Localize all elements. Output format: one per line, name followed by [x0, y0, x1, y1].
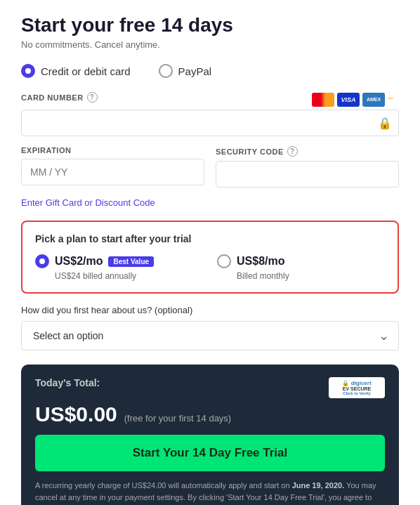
select-wrapper: Select an option Google Facebook Twitter…: [21, 321, 399, 350]
annual-price: US$2/mo: [55, 255, 103, 268]
more-cards-icon: ~: [388, 93, 399, 107]
expiration-input[interactable]: [21, 159, 204, 185]
total-amount: US$0.00: [35, 402, 117, 426]
lock-icon: 🔒: [378, 117, 392, 130]
digicert-verify: Click to Verify: [343, 391, 371, 395]
expiry-security-row: EXPIRATION SECURITY CODE ?: [21, 146, 399, 188]
credit-radio[interactable]: [21, 64, 35, 78]
total-box-top: Today's Total: 🔒 digicert EV SECURE Clic…: [35, 377, 385, 398]
expiration-label: EXPIRATION: [21, 146, 204, 155]
paypal-option[interactable]: PayPal: [159, 64, 212, 78]
total-amount-row: US$0.00 (free for your first 14 days): [35, 402, 385, 426]
monthly-plan-option[interactable]: US$8/mo Billed monthly: [217, 254, 385, 281]
gift-card-link[interactable]: Enter Gift Card or Discount Code: [21, 197, 399, 208]
total-free-text: (free for your first 14 days): [124, 413, 231, 424]
mastercard-icon: [312, 93, 334, 107]
card-icons: VISA AMEX ~: [312, 93, 399, 107]
amex-icon: AMEX: [362, 93, 385, 107]
card-input-wrapper: 🔒: [21, 110, 399, 136]
today-total-label: Today's Total:: [35, 377, 100, 388]
terms-text: A recurring yearly charge of US$24.00 wi…: [35, 480, 385, 505]
page-title: Start your free 14 days: [21, 14, 399, 37]
digicert-ev: EV SECURE: [343, 386, 371, 391]
card-number-section: CARD NUMBER ? VISA AMEX ~ 🔒: [21, 92, 399, 136]
how-hear-section: How did you first hear about us? (option…: [21, 305, 399, 350]
security-label: SECURITY CODE ?: [216, 146, 399, 157]
security-section: SECURITY CODE ?: [216, 146, 399, 188]
credit-label: Credit or debit card: [41, 65, 131, 77]
monthly-billing: Billed monthly: [237, 271, 385, 281]
digicert-brand: 🔒 digicert: [342, 380, 371, 386]
payment-methods: Credit or debit card PayPal: [21, 64, 399, 78]
monthly-price: US$8/mo: [237, 255, 284, 268]
annual-billing: US$24 billed annually: [55, 271, 203, 281]
card-number-input[interactable]: [21, 110, 399, 136]
card-number-label: CARD NUMBER ?: [21, 92, 98, 103]
annual-plan-top: US$2/mo Best Value: [35, 254, 203, 268]
annual-plan-option[interactable]: US$2/mo Best Value US$24 billed annually: [35, 254, 203, 281]
plan-box: Pick a plan to start after your trial US…: [21, 221, 399, 294]
monthly-radio[interactable]: [217, 254, 231, 268]
subtitle: No commitments. Cancel anytime.: [21, 39, 399, 50]
visa-icon: VISA: [337, 93, 360, 107]
best-value-badge: Best Value: [108, 256, 154, 267]
expiry-section: EXPIRATION: [21, 146, 204, 188]
how-hear-select[interactable]: Select an option Google Facebook Twitter…: [21, 321, 399, 350]
paypal-radio[interactable]: [159, 64, 173, 78]
security-help-icon[interactable]: ?: [287, 146, 298, 157]
monthly-plan-top: US$8/mo: [217, 254, 385, 268]
paypal-label: PayPal: [178, 65, 212, 77]
security-code-input[interactable]: [216, 161, 399, 188]
plan-options: US$2/mo Best Value US$24 billed annually…: [35, 254, 385, 281]
total-box: Today's Total: 🔒 digicert EV SECURE Clic…: [21, 365, 399, 505]
card-number-help-icon[interactable]: ?: [87, 92, 98, 103]
digicert-badge: 🔒 digicert EV SECURE Click to Verify: [329, 377, 385, 398]
cta-button[interactable]: Start Your 14 Day Free Trial: [35, 435, 385, 471]
plan-box-title: Pick a plan to start after your trial: [35, 233, 385, 244]
how-hear-label: How did you first hear about us? (option…: [21, 305, 399, 315]
annual-radio[interactable]: [35, 254, 49, 268]
credit-card-option[interactable]: Credit or debit card: [21, 64, 131, 78]
